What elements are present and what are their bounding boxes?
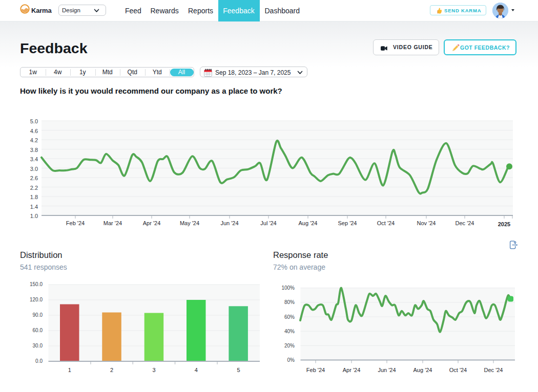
svg-text:Dec '24: Dec '24 bbox=[456, 220, 474, 226]
svg-text:5: 5 bbox=[237, 367, 240, 373]
svg-text:60.0: 60.0 bbox=[33, 328, 43, 333]
svg-text:90.0: 90.0 bbox=[33, 312, 43, 318]
svg-text:30.0: 30.0 bbox=[33, 343, 43, 349]
svg-text:2.6: 2.6 bbox=[30, 175, 38, 181]
svg-text:3.0: 3.0 bbox=[30, 166, 38, 172]
svg-text:3: 3 bbox=[152, 367, 155, 373]
svg-text:2.2: 2.2 bbox=[30, 185, 38, 191]
svg-text:Feb '24: Feb '24 bbox=[66, 220, 85, 226]
svg-text:20%: 20% bbox=[284, 343, 295, 349]
svg-text:Aug '24: Aug '24 bbox=[299, 220, 318, 226]
svg-text:4: 4 bbox=[195, 367, 198, 373]
svg-text:Apr '24: Apr '24 bbox=[343, 367, 361, 373]
svg-text:Sep '24: Sep '24 bbox=[338, 220, 357, 226]
svg-text:1.4: 1.4 bbox=[30, 204, 38, 210]
svg-text:4.2: 4.2 bbox=[30, 137, 38, 143]
svg-text:3.4: 3.4 bbox=[30, 156, 38, 162]
svg-text:5.0: 5.0 bbox=[30, 118, 38, 124]
svg-text:Oct '24: Oct '24 bbox=[377, 220, 395, 226]
svg-text:0%: 0% bbox=[287, 357, 295, 363]
svg-text:Aug '24: Aug '24 bbox=[413, 367, 432, 373]
svg-text:80%: 80% bbox=[284, 299, 295, 305]
svg-text:1.8: 1.8 bbox=[30, 194, 38, 200]
svg-text:4.6: 4.6 bbox=[30, 128, 38, 134]
svg-text:60%: 60% bbox=[284, 314, 295, 320]
svg-text:0.0: 0.0 bbox=[35, 358, 43, 364]
svg-text:Apr '24: Apr '24 bbox=[143, 220, 161, 226]
svg-text:Oct '24: Oct '24 bbox=[449, 367, 467, 373]
svg-text:100%: 100% bbox=[281, 285, 295, 291]
svg-text:May '24: May '24 bbox=[180, 220, 199, 226]
svg-text:Nov '24: Nov '24 bbox=[417, 220, 436, 226]
svg-text:1: 1 bbox=[68, 367, 71, 373]
svg-text:120.0: 120.0 bbox=[30, 297, 43, 302]
svg-text:2025: 2025 bbox=[498, 221, 510, 227]
svg-text:Feb '24: Feb '24 bbox=[306, 367, 325, 373]
svg-text:2: 2 bbox=[110, 367, 113, 373]
svg-text:40%: 40% bbox=[284, 329, 295, 334]
svg-text:Mar '24: Mar '24 bbox=[104, 220, 122, 226]
svg-text:Dec '24: Dec '24 bbox=[484, 367, 503, 373]
svg-text:150.0: 150.0 bbox=[30, 281, 43, 287]
svg-text:Jul '24: Jul '24 bbox=[260, 220, 276, 226]
svg-text:3.8: 3.8 bbox=[30, 147, 38, 153]
svg-text:Jun '24: Jun '24 bbox=[378, 367, 396, 373]
svg-text:Jun '24: Jun '24 bbox=[220, 220, 238, 226]
svg-text:1.0: 1.0 bbox=[30, 213, 38, 219]
